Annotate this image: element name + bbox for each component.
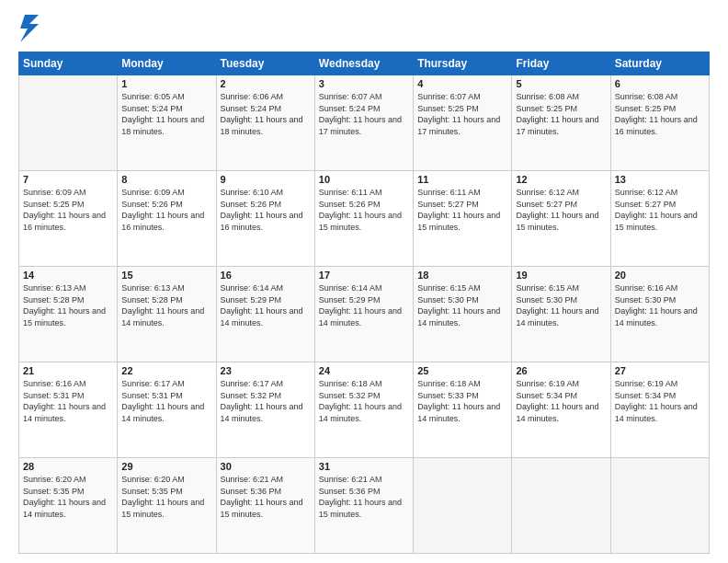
calendar-cell: 18Sunrise: 6:15 AMSunset: 5:30 PMDayligh… xyxy=(414,267,512,362)
day-number: 3 xyxy=(319,78,409,89)
calendar-table: SundayMondayTuesdayWednesdayThursdayFrid… xyxy=(18,52,710,554)
calendar-week-4: 28Sunrise: 6:20 AMSunset: 5:35 PMDayligh… xyxy=(19,458,710,554)
day-info: Sunrise: 6:15 AMSunset: 5:30 PMDaylight:… xyxy=(417,282,507,328)
day-number: 5 xyxy=(516,78,606,89)
calendar-cell: 10Sunrise: 6:11 AMSunset: 5:26 PMDayligh… xyxy=(314,171,413,267)
calendar-cell: 23Sunrise: 6:17 AMSunset: 5:32 PMDayligh… xyxy=(216,362,314,458)
calendar-cell: 3Sunrise: 6:07 AMSunset: 5:24 PMDaylight… xyxy=(314,75,413,171)
day-number: 4 xyxy=(417,78,507,89)
calendar-cell: 28Sunrise: 6:20 AMSunset: 5:35 PMDayligh… xyxy=(19,458,118,554)
calendar-cell: 19Sunrise: 6:15 AMSunset: 5:30 PMDayligh… xyxy=(512,267,610,362)
calendar-cell: 12Sunrise: 6:12 AMSunset: 5:27 PMDayligh… xyxy=(512,171,610,267)
day-info: Sunrise: 6:13 AMSunset: 5:28 PMDaylight:… xyxy=(121,282,211,328)
calendar-cell xyxy=(512,458,610,554)
day-header-monday: Monday xyxy=(118,52,216,75)
logo-icon xyxy=(20,15,39,42)
calendar-cell: 4Sunrise: 6:07 AMSunset: 5:25 PMDaylight… xyxy=(414,75,512,171)
calendar-cell: 29Sunrise: 6:20 AMSunset: 5:35 PMDayligh… xyxy=(118,458,216,554)
day-header-saturday: Saturday xyxy=(610,52,709,75)
calendar-week-2: 14Sunrise: 6:13 AMSunset: 5:28 PMDayligh… xyxy=(19,267,710,362)
day-number: 10 xyxy=(319,174,409,185)
calendar-cell: 17Sunrise: 6:14 AMSunset: 5:29 PMDayligh… xyxy=(314,267,413,362)
day-number: 16 xyxy=(221,270,311,281)
calendar-cell: 8Sunrise: 6:09 AMSunset: 5:26 PMDaylight… xyxy=(118,171,216,267)
svg-marker-0 xyxy=(20,15,39,42)
calendar-cell: 16Sunrise: 6:14 AMSunset: 5:29 PMDayligh… xyxy=(216,267,314,362)
day-number: 18 xyxy=(417,270,507,281)
header xyxy=(18,15,710,42)
calendar-cell: 25Sunrise: 6:18 AMSunset: 5:33 PMDayligh… xyxy=(414,362,512,458)
calendar-cell: 20Sunrise: 6:16 AMSunset: 5:30 PMDayligh… xyxy=(610,267,709,362)
day-number: 17 xyxy=(319,270,409,281)
day-number: 15 xyxy=(121,270,211,281)
day-number: 27 xyxy=(615,365,705,376)
day-number: 14 xyxy=(23,270,113,281)
calendar-week-1: 7Sunrise: 6:09 AMSunset: 5:25 PMDaylight… xyxy=(19,171,710,267)
day-info: Sunrise: 6:21 AMSunset: 5:36 PMDaylight:… xyxy=(221,474,311,520)
logo xyxy=(18,15,39,42)
page: SundayMondayTuesdayWednesdayThursdayFrid… xyxy=(0,0,728,563)
calendar-cell: 26Sunrise: 6:19 AMSunset: 5:34 PMDayligh… xyxy=(512,362,610,458)
calendar-cell: 24Sunrise: 6:18 AMSunset: 5:32 PMDayligh… xyxy=(314,362,413,458)
day-header-friday: Friday xyxy=(512,52,610,75)
day-info: Sunrise: 6:06 AMSunset: 5:24 PMDaylight:… xyxy=(221,91,311,137)
day-number: 2 xyxy=(221,78,311,89)
day-info: Sunrise: 6:15 AMSunset: 5:30 PMDaylight:… xyxy=(516,282,606,328)
calendar-cell: 11Sunrise: 6:11 AMSunset: 5:27 PMDayligh… xyxy=(414,171,512,267)
day-header-thursday: Thursday xyxy=(414,52,512,75)
day-number: 21 xyxy=(23,365,113,376)
calendar-cell: 31Sunrise: 6:21 AMSunset: 5:36 PMDayligh… xyxy=(314,458,413,554)
day-number: 19 xyxy=(516,270,606,281)
day-number: 11 xyxy=(417,174,507,185)
calendar-week-3: 21Sunrise: 6:16 AMSunset: 5:31 PMDayligh… xyxy=(19,362,710,458)
calendar-cell xyxy=(610,458,709,554)
calendar-cell: 6Sunrise: 6:08 AMSunset: 5:25 PMDaylight… xyxy=(610,75,709,171)
calendar-cell: 15Sunrise: 6:13 AMSunset: 5:28 PMDayligh… xyxy=(118,267,216,362)
day-number: 13 xyxy=(615,174,705,185)
day-info: Sunrise: 6:16 AMSunset: 5:30 PMDaylight:… xyxy=(615,282,705,328)
day-info: Sunrise: 6:18 AMSunset: 5:33 PMDaylight:… xyxy=(417,378,507,424)
day-number: 30 xyxy=(221,461,311,472)
day-info: Sunrise: 6:19 AMSunset: 5:34 PMDaylight:… xyxy=(516,378,606,424)
calendar-cell: 7Sunrise: 6:09 AMSunset: 5:25 PMDaylight… xyxy=(19,171,118,267)
calendar-cell: 9Sunrise: 6:10 AMSunset: 5:26 PMDaylight… xyxy=(216,171,314,267)
day-info: Sunrise: 6:20 AMSunset: 5:35 PMDaylight:… xyxy=(23,474,113,520)
day-number: 28 xyxy=(23,461,113,472)
day-number: 9 xyxy=(221,174,311,185)
day-info: Sunrise: 6:18 AMSunset: 5:32 PMDaylight:… xyxy=(319,378,409,424)
calendar-cell: 27Sunrise: 6:19 AMSunset: 5:34 PMDayligh… xyxy=(610,362,709,458)
calendar-header-row: SundayMondayTuesdayWednesdayThursdayFrid… xyxy=(19,52,710,75)
day-header-wednesday: Wednesday xyxy=(314,52,413,75)
day-number: 6 xyxy=(615,78,705,89)
day-info: Sunrise: 6:09 AMSunset: 5:26 PMDaylight:… xyxy=(121,187,211,233)
day-info: Sunrise: 6:12 AMSunset: 5:27 PMDaylight:… xyxy=(516,187,606,233)
day-number: 7 xyxy=(23,174,113,185)
day-info: Sunrise: 6:07 AMSunset: 5:24 PMDaylight:… xyxy=(319,91,409,137)
calendar-cell xyxy=(414,458,512,554)
calendar-cell: 14Sunrise: 6:13 AMSunset: 5:28 PMDayligh… xyxy=(19,267,118,362)
day-info: Sunrise: 6:20 AMSunset: 5:35 PMDaylight:… xyxy=(121,474,211,520)
day-number: 31 xyxy=(319,461,409,472)
day-number: 23 xyxy=(221,365,311,376)
day-number: 12 xyxy=(516,174,606,185)
calendar-cell: 2Sunrise: 6:06 AMSunset: 5:24 PMDaylight… xyxy=(216,75,314,171)
day-info: Sunrise: 6:05 AMSunset: 5:24 PMDaylight:… xyxy=(121,91,211,137)
day-info: Sunrise: 6:07 AMSunset: 5:25 PMDaylight:… xyxy=(417,91,507,137)
day-info: Sunrise: 6:08 AMSunset: 5:25 PMDaylight:… xyxy=(615,91,705,137)
day-header-tuesday: Tuesday xyxy=(216,52,314,75)
day-number: 26 xyxy=(516,365,606,376)
day-number: 8 xyxy=(121,174,211,185)
day-header-sunday: Sunday xyxy=(19,52,118,75)
day-number: 29 xyxy=(121,461,211,472)
day-info: Sunrise: 6:17 AMSunset: 5:31 PMDaylight:… xyxy=(121,378,211,424)
day-number: 22 xyxy=(121,365,211,376)
day-info: Sunrise: 6:10 AMSunset: 5:26 PMDaylight:… xyxy=(221,187,311,233)
calendar-cell: 21Sunrise: 6:16 AMSunset: 5:31 PMDayligh… xyxy=(19,362,118,458)
day-number: 20 xyxy=(615,270,705,281)
day-number: 24 xyxy=(319,365,409,376)
day-info: Sunrise: 6:16 AMSunset: 5:31 PMDaylight:… xyxy=(23,378,113,424)
day-info: Sunrise: 6:14 AMSunset: 5:29 PMDaylight:… xyxy=(221,282,311,328)
day-info: Sunrise: 6:13 AMSunset: 5:28 PMDaylight:… xyxy=(23,282,113,328)
day-info: Sunrise: 6:14 AMSunset: 5:29 PMDaylight:… xyxy=(319,282,409,328)
day-info: Sunrise: 6:09 AMSunset: 5:25 PMDaylight:… xyxy=(23,187,113,233)
